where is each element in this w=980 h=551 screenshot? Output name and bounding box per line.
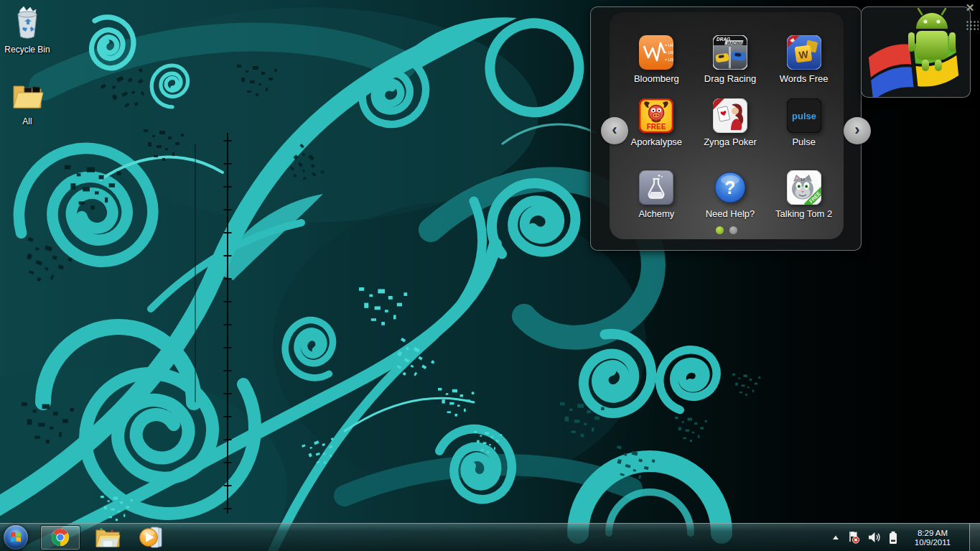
app-label: Aporkalypse [620,136,694,147]
apps-panel: 140 130 120 Bloomberg DRAG [610,12,844,239]
desktop-icon-label: All [4,116,50,126]
aporkalypse-app-icon: FREE [639,98,673,133]
pulse-app-icon: pulse [787,98,821,133]
app-zynga-poker[interactable]: Zynga Poker [694,98,767,170]
app-label: Drag Racing [694,73,767,84]
apps-grid: 140 130 120 Bloomberg DRAG [610,12,844,239]
windows-explorer-icon [95,526,121,549]
speaker-icon [868,532,881,543]
svg-text:?: ? [724,177,735,198]
alchemy-app-icon [639,170,673,205]
windows-start-icon [9,530,23,545]
app-label: Talking Tom 2 [767,208,841,219]
chrome-icon [50,527,71,548]
drag-racing-app-icon: DRAG RACING [713,35,747,70]
taskbar-button-media-player[interactable] [135,525,167,550]
app-label: Alchemy [620,208,694,219]
show-desktop-button[interactable] [969,524,980,551]
close-icon: ✕ [966,1,975,14]
zynga-poker-app-icon [713,98,747,133]
page-prev-button[interactable]: ‹ [601,117,628,144]
talking-tom-2-app-icon: FREE [787,170,821,205]
words-free-app-icon: W [787,35,821,70]
clock-date: 10/9/2011 [905,538,960,547]
svg-text:RACING: RACING [727,41,743,45]
pager-dot-active[interactable] [716,226,724,234]
chevron-up-icon [831,534,840,540]
app-label: Words Free [767,73,841,84]
need-help-app-icon: ? [713,170,747,205]
tray-battery[interactable] [889,531,897,545]
taskbar: 8:29 AM 10/9/2011 [0,523,980,551]
bluestacks-apps-widget: 140 130 120 Bloomberg DRAG [590,6,862,251]
app-aporkalypse[interactable]: FREE Aporkalypse [620,98,694,170]
app-bloomberg[interactable]: 140 130 120 Bloomberg [620,35,694,98]
widget-grip-dots-icon[interactable] [966,20,979,32]
chevron-left-icon: ‹ [612,121,617,139]
desktop-icon-all-folder[interactable]: All [4,80,50,126]
desktop-icon-recycle-bin[interactable]: Recycle Bin [4,6,50,55]
svg-text:FREE: FREE [647,123,666,131]
app-label: Bloomberg [620,73,694,84]
app-pulse[interactable]: pulse Pulse [767,98,841,170]
svg-text:pulse: pulse [792,111,816,121]
folder-icon [11,80,44,112]
start-button[interactable] [4,525,28,550]
taskbar-clock[interactable]: 8:29 AM 10/9/2011 [905,528,960,547]
chevron-right-icon: › [854,121,859,139]
tray-action-center[interactable] [848,530,860,545]
clock-time: 8:29 AM [905,529,960,538]
page-indicator [610,224,844,237]
bluestacks-logo-box [861,6,971,98]
recycle-bin-icon [11,6,43,40]
tray-show-hidden-icons[interactable] [831,534,840,540]
svg-text:130: 130 [668,50,673,55]
taskbar-button-chrome[interactable] [40,525,80,550]
app-drag-racing[interactable]: DRAG RACING Drag [694,35,767,98]
app-label: Need Help? [694,208,767,219]
widget-close-button[interactable]: ✕ [962,1,978,14]
pager-dot[interactable] [729,226,737,234]
desktop-screen: Recycle Bin All [0,0,980,551]
app-label: Pulse [767,136,841,147]
app-label: Zynga Poker [694,136,767,147]
flag-alert-icon [848,530,860,545]
desktop-icon-label: Recycle Bin [4,45,50,55]
svg-text:140: 140 [668,43,673,47]
app-words-free[interactable]: W Words Free [767,35,841,98]
system-tray: 8:29 AM 10/9/2011 [831,524,980,551]
tray-volume[interactable] [868,532,881,543]
android-on-windows-logo [862,7,970,97]
bloomberg-app-icon: 140 130 120 [639,35,673,70]
page-next-button[interactable]: › [844,117,871,144]
taskbar-button-explorer[interactable] [92,525,123,550]
svg-text:120: 120 [668,57,673,62]
windows-media-player-icon [139,526,163,549]
battery-icon [889,531,897,545]
